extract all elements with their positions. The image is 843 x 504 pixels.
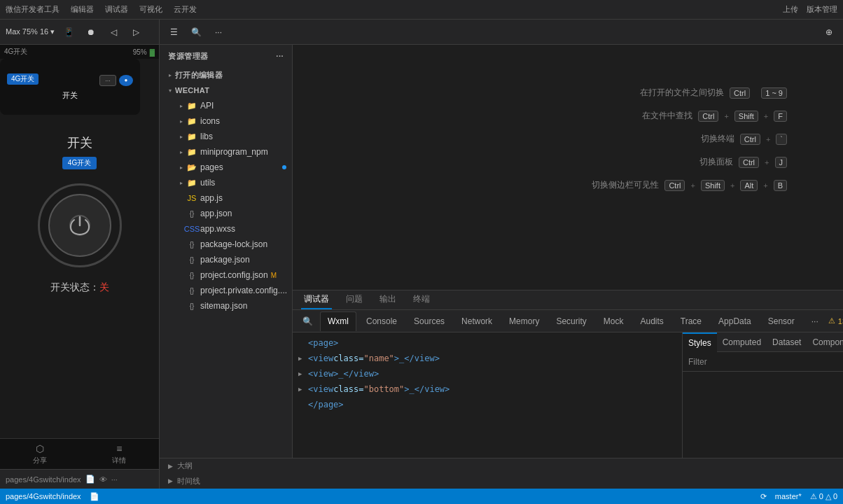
bottom-tabs: 调试器 问题 输出 终端 — [293, 290, 843, 310]
tab-mock[interactable]: Mock — [597, 312, 631, 331]
app-preview-bar: 4G开关 ··· ● — [7, 74, 133, 88]
eye-icon[interactable]: 👁 — [99, 475, 107, 484]
wxml-view-bottom[interactable]: ▶ <view class="bottom">_</view> — [293, 382, 682, 397]
styles-pane: Styles Computed Dataset Component Filter — [682, 332, 843, 458]
resolution-display[interactable]: Max 75% 16 ▾ — [6, 27, 55, 36]
outline-item-timeline[interactable]: ▶ 时间线 — [160, 474, 843, 489]
file-projectconfig[interactable]: {} project.config.json M — [160, 267, 292, 283]
explorer-title: 资源管理器 — [168, 51, 209, 62]
phone-icon[interactable]: 📱 — [60, 24, 77, 41]
detail-icon: ≡ — [116, 443, 122, 454]
computed-tab[interactable]: Computed — [717, 332, 767, 352]
upload-btn[interactable]: 上传 — [783, 4, 798, 15]
tab-wxml[interactable]: Wxml — [320, 312, 356, 331]
tab-network[interactable]: Network — [454, 312, 499, 331]
utils-arrow — [176, 178, 186, 188]
tab-more[interactable]: ··· — [804, 312, 825, 331]
tab-appdata[interactable]: AppData — [711, 312, 758, 331]
file-appwxss[interactable]: CSS app.wxss — [160, 221, 292, 237]
open-editors-section[interactable]: 打开的编辑器 — [160, 67, 292, 83]
file-appjson[interactable]: {} app.json — [160, 206, 292, 221]
record-icon[interactable]: ⏺ — [83, 24, 99, 41]
top-bar-left: 微信开发者工具 编辑器 调试器 可视化 云开发 — [6, 4, 197, 15]
open-editors-label: 打开的编辑器 — [175, 70, 223, 80]
view-bottom-tag: <view — [308, 384, 333, 394]
wxml-view-name[interactable]: ▶ <view class="name">_</view> — [293, 351, 682, 366]
menu-editor[interactable]: 编辑器 — [71, 4, 94, 15]
styles-pane-tabs: Styles Computed Dataset Component — [683, 332, 843, 352]
phone-status-icons: 95% ▓ — [133, 48, 155, 56]
tab-terminal[interactable]: 终端 — [410, 290, 433, 309]
file-packagelock[interactable]: {} package-lock.json — [160, 237, 292, 252]
bottom-more-icon[interactable]: ··· — [111, 475, 118, 484]
app-bar-controls: ··· ● — [99, 75, 133, 86]
app-home-btn[interactable]: ● — [119, 75, 133, 86]
menu-debugger[interactable]: 调试器 — [105, 4, 128, 15]
back-icon[interactable]: ◁ — [105, 24, 122, 41]
wxml-tree-pane: <page> ▶ <view class="name">_</view> ▶ <… — [293, 332, 682, 458]
dataset-tab[interactable]: Dataset — [767, 332, 807, 352]
view-name-attr: class= — [333, 354, 363, 363]
modified-badge: M — [271, 272, 277, 279]
menu-wechat[interactable]: 微信开发者工具 — [6, 4, 60, 15]
file-appjs[interactable]: JS app.js — [160, 190, 292, 206]
wxml-page-open[interactable]: <page> — [293, 335, 682, 351]
tab-console[interactable]: Console — [359, 312, 404, 331]
styles-tab[interactable]: Styles — [683, 332, 717, 352]
nav-share[interactable]: ⬡ 分享 — [0, 439, 80, 469]
tab-security[interactable]: Security — [549, 312, 593, 331]
add-file-btn[interactable]: ⊕ — [821, 24, 837, 41]
tab-audits[interactable]: Audits — [633, 312, 670, 331]
tab-memory[interactable]: Memory — [502, 312, 546, 331]
file-sitemap[interactable]: {} sitemap.json — [160, 298, 292, 314]
file-package[interactable]: {} package.json — [160, 252, 292, 267]
hamburger-btn[interactable]: ☰ — [165, 24, 182, 41]
menu-cloud[interactable]: 云开发 — [174, 4, 197, 15]
view-bottom-value: "bottom" — [363, 384, 404, 394]
folder-libs[interactable]: 📁 libs — [160, 129, 292, 144]
folder-pages[interactable]: 📂 pages — [160, 160, 292, 175]
wechat-section[interactable]: WECHAT — [160, 83, 292, 98]
appjson-label: app.json — [200, 209, 232, 218]
version-btn[interactable]: 版本管理 — [807, 4, 837, 15]
power-button[interactable] — [48, 194, 111, 257]
file-toolbar: ☰ 🔍 ··· ⊕ — [160, 20, 843, 45]
nav-detail[interactable]: ≡ 详情 — [80, 439, 160, 469]
menu-visual[interactable]: 可视化 — [139, 4, 162, 15]
forward-icon[interactable]: ▷ — [127, 24, 144, 41]
wxml-view-empty[interactable]: ▶ <view>_</view> — [293, 366, 682, 382]
tab-output[interactable]: 输出 — [377, 290, 399, 309]
file-projectprivate[interactable]: {} project.private.config.... — [160, 283, 292, 298]
more-btn[interactable]: ··· — [210, 24, 227, 41]
explorer-more-icon[interactable]: ··· — [276, 52, 284, 60]
pages-arrow — [176, 162, 186, 172]
filter-placeholder: Filter — [688, 357, 707, 367]
outline-item-dagao[interactable]: ▶ 大纲 — [160, 458, 843, 474]
folder-utils[interactable]: 📁 utils — [160, 175, 292, 190]
projectconfig-arrow — [176, 270, 186, 280]
kbd-ctrl-s1: Ctrl — [664, 180, 685, 191]
pages-folder-icon: 📂 — [186, 162, 197, 173]
search-btn[interactable]: 🔍 — [188, 24, 204, 41]
tab-debugger[interactable]: 调试器 — [301, 290, 332, 309]
tab-sensor[interactable]: Sensor — [761, 312, 802, 331]
folder-api[interactable]: 📁 API — [160, 98, 292, 113]
kbd-shift-s2: Shift — [701, 180, 725, 191]
tab-issues[interactable]: 问题 — [343, 290, 365, 309]
folder-icons[interactable]: 📁 icons — [160, 113, 292, 129]
styles-filter: Filter — [683, 352, 843, 372]
component-tab[interactable]: Component — [807, 332, 843, 352]
libs-folder-icon: 📁 — [186, 131, 197, 142]
utils-label: utils — [200, 178, 215, 188]
alert-count: 132 — [838, 317, 843, 326]
folder-miniprogram[interactable]: 📁 miniprogram_npm — [160, 144, 292, 160]
app-menu-btn[interactable]: ··· — [99, 75, 116, 86]
projectconfig-label: project.config.json — [200, 270, 268, 280]
shortcut-find: 在文件中查找 Ctrl + Shift + F — [642, 110, 787, 122]
tab-trace[interactable]: Trace — [674, 312, 709, 331]
wxml-page-close[interactable]: </page> — [293, 397, 682, 412]
devtools-inspect-icon[interactable]: 🔍 — [298, 312, 317, 331]
timeline-arrow-icon: ▶ — [168, 477, 173, 484]
tab-sources[interactable]: Sources — [407, 312, 452, 331]
status-bar: pages/4Gswitch/index 📄 ⟳ master* ⚠ 0 △ 0 — [0, 489, 843, 504]
